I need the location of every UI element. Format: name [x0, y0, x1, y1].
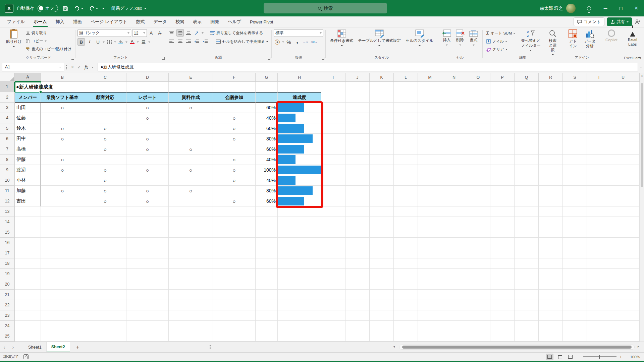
- name-box[interactable]: A1: [2, 63, 64, 71]
- horizontal-scroll-thumb[interactable]: [402, 346, 632, 349]
- cell-T7[interactable]: [587, 144, 611, 155]
- cell-E5[interactable]: [169, 123, 213, 134]
- cell-J12[interactable]: [345, 196, 370, 206]
- row-header-22[interactable]: 22: [0, 300, 15, 310]
- cell-O3[interactable]: [466, 103, 490, 113]
- undo-button[interactable]: [73, 3, 84, 13]
- cell-C17[interactable]: [84, 248, 126, 258]
- cell-L19[interactable]: [394, 269, 418, 279]
- cell-K19[interactable]: [370, 269, 394, 279]
- clipboard-dialog-launcher[interactable]: [71, 57, 74, 60]
- undo-dropdown-icon[interactable]: [81, 8, 83, 10]
- cell-E2[interactable]: 資料作成: [169, 92, 213, 103]
- autosum-button[interactable]: Σ オート SUM: [485, 30, 516, 37]
- cell-H19[interactable]: [278, 269, 321, 279]
- cell-K16[interactable]: [370, 238, 394, 248]
- cell-E14[interactable]: [169, 217, 213, 227]
- cell-D14[interactable]: [126, 217, 169, 227]
- cell-H24[interactable]: [278, 321, 321, 331]
- cell-H21[interactable]: [278, 290, 321, 300]
- cell-C12[interactable]: ○: [84, 196, 126, 206]
- cell-S23[interactable]: [563, 310, 587, 321]
- scroll-up-icon[interactable]: ▲: [640, 73, 644, 78]
- row-header-3[interactable]: 3: [0, 103, 15, 113]
- cell-L4[interactable]: [394, 113, 418, 123]
- cell-N24[interactable]: [442, 321, 466, 331]
- cell-T2[interactable]: [587, 92, 611, 103]
- cell-U5[interactable]: [611, 123, 635, 134]
- cell-O5[interactable]: [466, 123, 490, 134]
- cell-M6[interactable]: [418, 134, 442, 144]
- cell-U11[interactable]: [611, 186, 635, 196]
- cell-D12[interactable]: ○: [126, 196, 169, 206]
- cell-D4[interactable]: ○: [126, 113, 169, 123]
- cell-S22[interactable]: [563, 300, 587, 310]
- cell-Q20[interactable]: [515, 279, 539, 290]
- cell-K1[interactable]: [370, 82, 394, 92]
- cell-U21[interactable]: [611, 290, 635, 300]
- cell-O20[interactable]: [466, 279, 490, 290]
- cell-A11[interactable]: 加藤: [15, 186, 41, 196]
- cell-C24[interactable]: [84, 321, 126, 331]
- cell-N25[interactable]: [442, 331, 466, 342]
- cell-T10[interactable]: [587, 175, 611, 186]
- cell-T17[interactable]: [587, 248, 611, 258]
- cell-U13[interactable]: [611, 206, 635, 217]
- conditional-formatting-button[interactable]: 条件付き書式: [328, 28, 356, 48]
- cell-K18[interactable]: [370, 258, 394, 269]
- cell-P10[interactable]: [490, 175, 515, 186]
- formula-bar-splitter[interactable]: [66, 67, 67, 68]
- cell-F20[interactable]: [213, 279, 256, 290]
- file-name-menu[interactable]: 簡易グラフ.xlsx: [110, 3, 147, 13]
- column-header-L[interactable]: L: [394, 73, 418, 82]
- zoom-slider[interactable]: [583, 356, 616, 357]
- cell-K7[interactable]: [370, 144, 394, 155]
- cell-T12[interactable]: [587, 196, 611, 206]
- cell-R11[interactable]: [539, 186, 563, 196]
- cell-P12[interactable]: [490, 196, 515, 206]
- grow-font-button[interactable]: Aˆ: [148, 29, 155, 37]
- cell-H12[interactable]: [278, 196, 321, 206]
- cell-B7[interactable]: [41, 144, 84, 155]
- cell-U12[interactable]: [611, 196, 635, 206]
- cell-D24[interactable]: [126, 321, 169, 331]
- cell-Q10[interactable]: [515, 175, 539, 186]
- row-header-20[interactable]: 20: [0, 279, 15, 290]
- cell-G18[interactable]: [256, 258, 278, 269]
- cell-D16[interactable]: [126, 238, 169, 248]
- cell-R7[interactable]: [539, 144, 563, 155]
- cell-R15[interactable]: [539, 227, 563, 238]
- cell-B9[interactable]: ○: [41, 165, 84, 175]
- cell-G1[interactable]: [256, 82, 278, 92]
- cell-L17[interactable]: [394, 248, 418, 258]
- cell-R22[interactable]: [539, 300, 563, 310]
- cell-B18[interactable]: [41, 258, 84, 269]
- cell-Q22[interactable]: [515, 300, 539, 310]
- cell-Q8[interactable]: [515, 155, 539, 165]
- cell-I16[interactable]: [321, 238, 345, 248]
- share-button[interactable]: 共有: [607, 17, 632, 26]
- cell-T19[interactable]: [587, 269, 611, 279]
- row-header-6[interactable]: 6: [0, 134, 15, 144]
- cell-C23[interactable]: [84, 310, 126, 321]
- excel-labs-button[interactable]: Excel Labs: [624, 28, 641, 48]
- cell-H3[interactable]: [278, 103, 321, 113]
- cell-I15[interactable]: [321, 227, 345, 238]
- cell-U16[interactable]: [611, 238, 635, 248]
- font-color-chevron-icon[interactable]: [137, 42, 139, 44]
- cell-C22[interactable]: [84, 300, 126, 310]
- redo-dropdown-icon[interactable]: [96, 8, 98, 10]
- increase-indent-button[interactable]: [202, 38, 209, 45]
- cell-N13[interactable]: [442, 206, 466, 217]
- row-header-4[interactable]: 4: [0, 113, 15, 123]
- ribbon-tab-2[interactable]: 挿入: [51, 16, 69, 27]
- cell-D23[interactable]: [126, 310, 169, 321]
- cell-F21[interactable]: [213, 290, 256, 300]
- borders-button[interactable]: [106, 38, 113, 46]
- cell-U25[interactable]: [611, 331, 635, 342]
- cell-A24[interactable]: [15, 321, 41, 331]
- cell-R21[interactable]: [539, 290, 563, 300]
- cell-T11[interactable]: [587, 186, 611, 196]
- cell-U4[interactable]: [611, 113, 635, 123]
- cell-R12[interactable]: [539, 196, 563, 206]
